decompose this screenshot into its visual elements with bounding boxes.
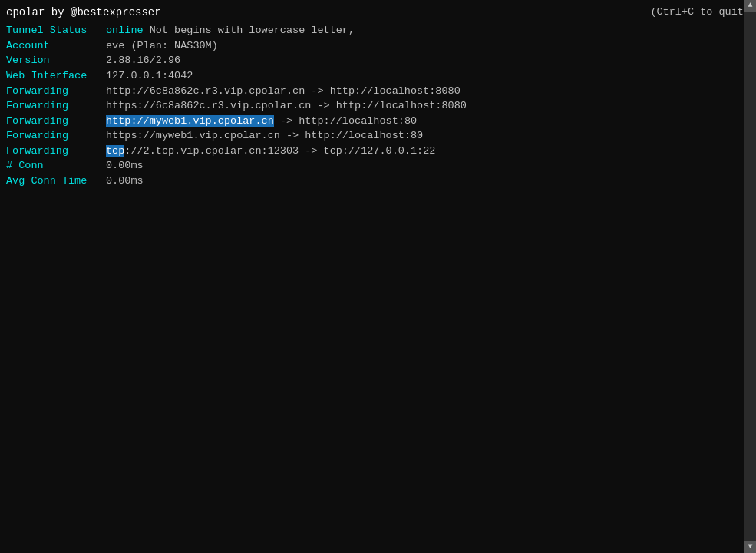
version-label: Version [6, 53, 106, 68]
web-interface-row: Web Interface 127.0.0.1:4042 [6, 68, 750, 84]
tunnel-status-row: Tunnel Status online Not begins with low… [6, 23, 750, 38]
terminal-window: cpolar by @bestexpresser (Ctrl+C to quit… [0, 0, 756, 553]
quit-hint: (Ctrl+C to quit) [650, 5, 750, 20]
forwarding-label-4: Forwarding [6, 128, 106, 144]
forwarding-label-1: Forwarding [6, 84, 106, 99]
status-warning-text: Not begins with lowercase letter, [144, 25, 355, 36]
forwarding-value-2: https://6c8a862c.r3.vip.cpolar.cn -> htt… [106, 98, 750, 114]
forwarding-tcp-highlight: tcp [106, 145, 124, 157]
account-value: eve (Plan: NAS30M) [106, 38, 750, 54]
forwarding-row-2: Forwarding https://6c8a862c.r3.vip.cpola… [6, 98, 750, 114]
tunnel-status-value: online Not begins with lowercase letter, [106, 23, 750, 38]
conn-count-value: 0.00ms [106, 158, 750, 174]
info-table: Tunnel Status online Not begins with low… [6, 23, 750, 188]
scrollbar-track[interactable] [744, 12, 756, 553]
forwarding-value-5: tcp://2.tcp.vip.cpolar.cn:12303 -> tcp:/… [106, 144, 750, 159]
version-row: Version 2.88.16/2.96 [6, 53, 750, 68]
forwarding-value-3: http://myweb1.vip.cpolar.cn -> http://lo… [106, 114, 750, 129]
conn-count-row: # Conn 0.00ms [6, 158, 750, 174]
app-title: cpolar by @bestexpresser [6, 5, 161, 20]
forwarding-highlight-3: http://myweb1.vip.cpolar.cn [106, 115, 274, 127]
forwarding-tcp-rest: ://2.tcp.vip.cpolar.cn:12303 -> tcp://12… [124, 145, 435, 157]
forwarding-label-5: Forwarding [6, 144, 106, 159]
scrollbar-arrow-up[interactable]: ▲ [744, 0, 756, 12]
scrollbar-arrow-down[interactable]: ▼ [744, 541, 756, 553]
avg-conn-time-row: Avg Conn Time 0.00ms [6, 174, 750, 189]
scrollbar[interactable]: ▲ ▼ [744, 0, 756, 553]
forwarding-value-1: http://6c8a862c.r3.vip.cpolar.cn -> http… [106, 84, 750, 99]
forwarding-label-2: Forwarding [6, 98, 106, 114]
version-value: 2.88.16/2.96 [106, 53, 750, 68]
web-interface-value: 127.0.0.1:4042 [106, 68, 750, 84]
forwarding-row-3: Forwarding http://myweb1.vip.cpolar.cn -… [6, 114, 750, 129]
status-online-text: online [106, 25, 144, 36]
web-interface-label: Web Interface [6, 68, 106, 84]
account-row: Account eve (Plan: NAS30M) [6, 38, 750, 54]
avg-conn-time-value: 0.00ms [106, 174, 750, 189]
forwarding-label-3: Forwarding [6, 114, 106, 129]
forwarding-value-4: https://myweb1.vip.cpolar.cn -> http://l… [106, 128, 750, 144]
forwarding-row-4: Forwarding https://myweb1.vip.cpolar.cn … [6, 128, 750, 144]
conn-count-label: # Conn [6, 158, 106, 174]
avg-conn-time-label: Avg Conn Time [6, 174, 106, 189]
forwarding-row-5: Forwarding tcp://2.tcp.vip.cpolar.cn:123… [6, 144, 750, 159]
tunnel-status-label: Tunnel Status [6, 23, 106, 38]
top-bar: cpolar by @bestexpresser (Ctrl+C to quit… [6, 5, 750, 20]
account-label: Account [6, 38, 106, 54]
forwarding-row-1: Forwarding http://6c8a862c.r3.vip.cpolar… [6, 84, 750, 99]
forwarding-rest-3: -> http://localhost:80 [274, 115, 417, 127]
